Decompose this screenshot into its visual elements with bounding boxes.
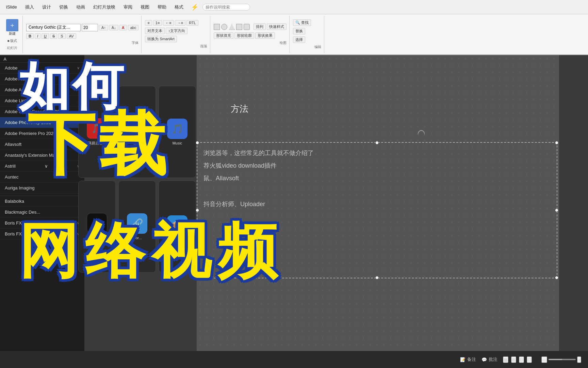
convert-smartart-button[interactable]: 转换为 SmartArt	[145, 36, 177, 42]
toolbar-paragraph-group: ≡ 1≡ ←≡ →≡ RTL 对齐文本 ↕文字方向 转换为 SmartArt 段…	[142, 16, 210, 53]
new-slide-icon: ＋	[6, 19, 18, 31]
status-bar: 📝 备注 💬 批注 ▦ ⊞ ⊟ ⊡ — +	[0, 351, 588, 368]
numbered-list-button[interactable]: 1≡	[153, 20, 162, 26]
bold-button[interactable]: B	[26, 33, 34, 39]
layout-button[interactable]: ■ 版式	[6, 38, 19, 44]
menu-transition[interactable]: 切换	[56, 3, 71, 12]
notes-button[interactable]: 📝 备注	[460, 356, 476, 363]
menu-animation[interactable]: 动画	[73, 3, 88, 12]
font-color-button[interactable]: A	[119, 25, 127, 30]
drawing-section-label: 绘图	[280, 41, 287, 45]
zoom-out-button[interactable]: —	[541, 356, 547, 363]
char-spacing-button[interactable]: AV	[67, 33, 76, 39]
menu-view[interactable]: 视图	[137, 3, 153, 12]
handle-br[interactable]	[555, 276, 558, 279]
bullet-list-button[interactable]: ≡	[145, 20, 152, 26]
shape-circle[interactable]	[221, 24, 227, 30]
shape-effect-label: 形状效果	[258, 33, 273, 37]
zoom-slider[interactable]	[549, 359, 576, 360]
view-normal-button[interactable]: ▦	[503, 356, 508, 363]
new-slide-label: 新建	[9, 31, 16, 36]
slide-text-browser: 浏览器等，这些常见的工具就不做介绍了	[203, 149, 314, 157]
shadow-button[interactable]: S	[58, 33, 65, 39]
rtl-button[interactable]: RTL	[186, 20, 198, 26]
sidebar-letter-b	[0, 194, 84, 196]
italic-button[interactable]: I	[35, 33, 40, 39]
shape-grid	[214, 24, 250, 30]
shape-effect-button[interactable]: 形状效果	[255, 32, 275, 39]
font-section-label: 字体	[132, 41, 138, 45]
underline-button[interactable]: U	[42, 33, 49, 39]
comments-button[interactable]: 💬 批注	[481, 356, 497, 363]
handle-mr[interactable]	[555, 209, 558, 212]
slide-canvas[interactable]: 方法 浏览器等，这些常见的工具就不做介绍了 荐火狐video download插…	[197, 55, 559, 351]
notes-label: 备注	[467, 356, 476, 363]
find-button[interactable]: 🔍 查找	[293, 19, 311, 26]
shape-outline-label: 形状轮廓	[237, 33, 252, 37]
handle-bm[interactable]	[375, 276, 379, 279]
menu-review[interactable]: 审阅	[120, 3, 136, 12]
menu-bar: iSlide 插入 设计 切换 动画 幻灯片放映 审阅 视图 帮助 格式 ⚡	[0, 0, 588, 14]
music-icon: 🎵	[167, 119, 187, 139]
view-grid-button[interactable]: ⊞	[511, 356, 516, 363]
rotation-handle[interactable]	[416, 129, 426, 138]
slide-text-video-plugin: 荐火狐video download插件	[203, 162, 277, 170]
shape-triangle[interactable]	[229, 24, 235, 30]
indent-increase-button[interactable]: →≡	[175, 20, 185, 26]
menu-design[interactable]: 设计	[39, 3, 54, 12]
menu-insert[interactable]: 插入	[22, 3, 37, 12]
quick-style-button[interactable]: 快速样式	[267, 24, 287, 30]
slide-text-douyin: 抖音分析师、Uploader	[203, 200, 265, 208]
comments-label: 批注	[489, 356, 497, 363]
overlay-wangluo-shipin: 网络视频	[19, 211, 284, 292]
view-buttons: ▦ ⊞ ⊟ ⊡	[503, 356, 532, 363]
shape-outline-button[interactable]: 形状轮廓	[234, 32, 254, 39]
text-direction-button[interactable]: ↕文字方向	[166, 28, 187, 34]
font-size-input[interactable]	[82, 24, 98, 31]
slide-section-label: 幻灯片	[7, 46, 17, 50]
new-slide-button[interactable]: ＋ 新建	[5, 18, 20, 37]
toolbar-drawing-group: 排列 快速样式 形状填充 形状轮廓 形状效果 绘图	[211, 16, 290, 53]
clear-format-button[interactable]: abc	[128, 25, 139, 30]
view-presenter-button[interactable]: ⊡	[527, 356, 532, 363]
shape-fill-label: 形状填充	[216, 33, 231, 37]
search-input[interactable]	[202, 4, 250, 11]
indent-decrease-button[interactable]: ←≡	[163, 20, 174, 26]
view-reading-button[interactable]: ⊟	[519, 356, 524, 363]
paragraph-section-label: 段落	[200, 44, 207, 49]
align-text-label: 对齐文本	[147, 29, 162, 33]
shape-rect[interactable]	[214, 24, 220, 30]
sidebar-item-balabolka[interactable]: Balabolka	[0, 196, 84, 207]
menu-help[interactable]: 帮助	[154, 3, 170, 12]
menu-islide[interactable]: iSlide	[3, 3, 20, 11]
strikethrough-button[interactable]: S	[50, 33, 57, 39]
notes-icon: 📝	[460, 357, 466, 362]
convert-smartart-label: 转换为 SmartArt	[147, 37, 174, 41]
arrange-button[interactable]: 排列	[254, 24, 266, 30]
lightning-icon: ⚡	[191, 3, 198, 11]
toolbar-font-group: A↑ A↓ A abc B I U S S AV 字体	[23, 16, 142, 53]
menu-slideshow[interactable]: 幻灯片放映	[90, 3, 119, 12]
align-text-button[interactable]: 对齐文本	[145, 28, 165, 34]
handle-tr[interactable]	[555, 141, 558, 144]
shape-fill-button[interactable]: 形状填充	[214, 32, 233, 39]
toolbar-ribbon: ＋ 新建 ■ 版式 幻灯片 A↑ A↓ A abc B I U S S AV 字…	[0, 14, 588, 55]
toolbar-new-slide-group: ＋ 新建 ■ 版式 幻灯片	[2, 16, 23, 53]
slide-text-mouse-allavsoft: 鼠、Allavsoft	[203, 174, 239, 182]
menu-format[interactable]: 格式	[171, 3, 187, 12]
zoom-in-button[interactable]: +	[577, 356, 581, 363]
font-shrink-button[interactable]: A↓	[109, 25, 118, 30]
replace-button[interactable]: 替换	[293, 28, 305, 34]
toolbar-editing-group: 🔍 查找 替换 选择 编辑	[290, 16, 324, 53]
font-grow-button[interactable]: A↑	[99, 25, 108, 30]
font-name-input[interactable]	[26, 24, 81, 31]
overlay-xiazai: 下载	[27, 99, 170, 191]
zoom-control: — +	[541, 356, 581, 363]
select-button[interactable]: 选择	[293, 36, 305, 43]
shape-round-rect[interactable]	[244, 24, 250, 30]
editing-section-label: 编辑	[314, 45, 321, 49]
zoom-slider-fill	[549, 359, 562, 360]
handle-tm[interactable]	[375, 141, 379, 144]
shape-rect2[interactable]	[236, 24, 242, 30]
comments-icon: 💬	[481, 357, 487, 362]
